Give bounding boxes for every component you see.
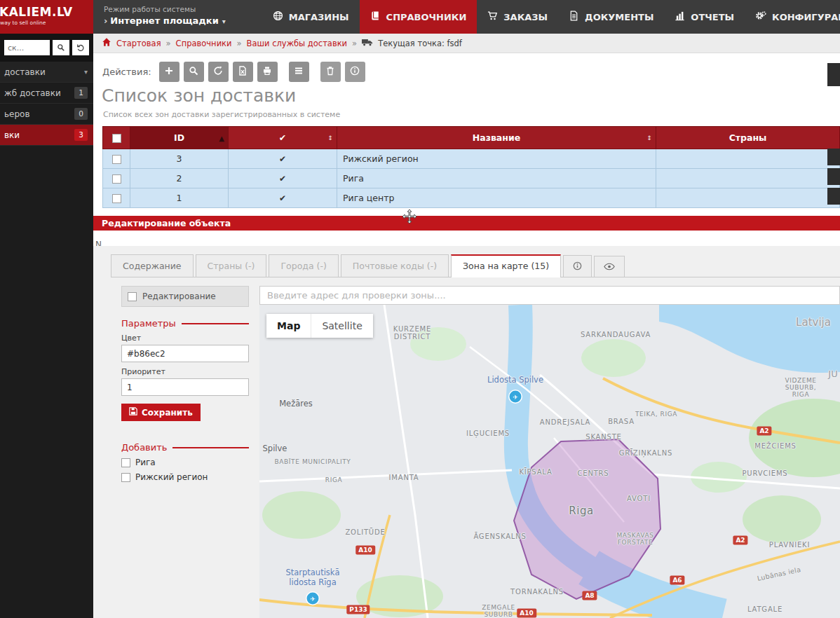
zone-option-riga[interactable]: Рига <box>121 458 249 467</box>
add-section-heading: Добавить <box>121 442 249 453</box>
table-row[interactable]: 1 ✔ Рига центр <box>103 188 840 208</box>
list-icon <box>294 66 304 78</box>
nav-item-reports[interactable]: ОТЧЕТЫ <box>664 0 745 34</box>
nav-item-directories[interactable]: СПРАВОЧНИКИ <box>360 0 477 34</box>
row-select-cell <box>103 188 130 208</box>
edit-mode-checkbox[interactable] <box>128 292 137 301</box>
row-action-cutoff[interactable] <box>827 188 840 205</box>
info-button[interactable] <box>345 62 365 82</box>
map-canvas[interactable]: KURZEME DISTRICT Latvija JU SARKANDAUGAV… <box>259 305 840 618</box>
plus-icon <box>164 66 174 78</box>
editor-title-bar: Редактирование объекта <box>93 216 840 231</box>
undo-icon[interactable] <box>72 40 89 55</box>
sidebar-item-delivery-zones[interactable]: вки 3 <box>0 125 93 146</box>
count-badge: 1 <box>74 87 88 99</box>
eye-icon <box>604 262 615 273</box>
search-button[interactable] <box>184 62 204 82</box>
add-button[interactable] <box>159 62 179 82</box>
row-active-cell: ✔ <box>229 169 337 188</box>
tab-cities[interactable]: Города (-) <box>269 254 338 277</box>
sidebar-item-couriers[interactable]: ьеров 0 <box>0 104 93 125</box>
count-badge: 0 <box>74 108 88 120</box>
row-checkbox[interactable] <box>112 194 121 203</box>
row-name-cell: Рига центр <box>337 188 656 208</box>
map-view-button[interactable]: Map <box>266 314 311 338</box>
road-badge: A2 <box>757 427 771 436</box>
select-all-checkbox[interactable] <box>112 134 121 143</box>
sidebar-item-delivery-group[interactable]: доставки ▾ <box>0 62 93 83</box>
road-badge: A10 <box>517 609 536 618</box>
info-icon <box>573 262 582 273</box>
tab-countries[interactable]: Страны (-) <box>196 254 267 277</box>
system-mode: Режим работы системы ›Интернет площадки▾ <box>93 0 236 34</box>
main-nav: МАГАЗИНЫ СПРАВОЧНИКИ ЗАКАЗЫ ДОКУМЕНТЫ ОТ… <box>262 0 840 34</box>
row-checkbox[interactable] <box>112 155 121 164</box>
priority-input[interactable] <box>121 378 249 396</box>
row-countries-cell <box>656 188 840 208</box>
table-row[interactable]: 2 ✔ Рига <box>103 169 840 188</box>
color-input[interactable] <box>121 345 249 362</box>
print-button[interactable] <box>257 62 278 82</box>
topbar: KALIEM.LV way to sell online Режим работ… <box>0 0 840 34</box>
page-title: Список зон доставки <box>102 85 296 106</box>
tab-preview[interactable] <box>594 256 625 277</box>
home-icon[interactable] <box>102 37 111 49</box>
delete-button[interactable] <box>320 62 341 82</box>
refresh-button[interactable] <box>208 62 229 82</box>
zone-option-riga-region[interactable]: Рижский регион <box>121 472 249 482</box>
column-header-name[interactable]: Название↕ <box>337 127 656 149</box>
nav-item-shops[interactable]: МАГАЗИНЫ <box>262 0 360 34</box>
nav-item-orders[interactable]: ЗАКАЗЫ <box>477 0 558 34</box>
nav-item-documents[interactable]: ДОКУМЕНТЫ <box>558 0 664 34</box>
tab-postal-codes[interactable]: Почтовые коды (-) <box>341 254 449 277</box>
search-icon[interactable] <box>53 40 69 55</box>
column-header-countries[interactable]: Страны <box>656 127 840 149</box>
system-mode-dropdown[interactable]: ›Интернет площадки▾ <box>104 15 226 26</box>
breadcrumb-current: Текущая точка: fsdf <box>378 39 462 48</box>
cutoff-panel-button[interactable] <box>827 63 840 86</box>
zone-checkbox[interactable] <box>121 473 130 482</box>
tab-info[interactable] <box>563 255 592 277</box>
editor-panel: Содержание Страны (-) Города (-) Почтовы… <box>93 246 840 618</box>
address-check-input[interactable] <box>259 286 840 305</box>
cart-icon <box>487 11 498 23</box>
road-badge: P133 <box>346 605 370 614</box>
satellite-view-button[interactable]: Satellite <box>311 314 372 338</box>
tab-label: Города (-) <box>280 261 326 271</box>
row-action-cutoff[interactable] <box>827 149 840 165</box>
zone-checkbox[interactable] <box>121 458 130 467</box>
excel-export-button[interactable] <box>233 62 253 82</box>
add-heading-label: Добавить <box>121 442 167 453</box>
table-row[interactable]: 3 ✔ Рижский регион <box>103 149 840 169</box>
params-section-heading: Параметры <box>121 318 249 329</box>
breadcrumb-delivery-services[interactable]: Ваши службы доставки <box>247 39 348 48</box>
row-name-cell: Рижский регион <box>337 149 656 169</box>
breadcrumb-home[interactable]: Стартовая <box>116 39 161 48</box>
breadcrumb: Стартовая » Справочники » Ваши службы до… <box>93 34 840 53</box>
sidebar-item-delivery-services[interactable]: жб доставки 1 <box>0 83 93 104</box>
row-countries-cell <box>656 149 840 169</box>
tab-zone-on-map[interactable]: Зона на карте (15) <box>451 254 561 277</box>
zone-option-label: Рига <box>135 458 156 467</box>
row-checkbox[interactable] <box>112 174 121 184</box>
sidebar-search-input[interactable] <box>4 40 50 55</box>
sidebar-search <box>0 34 93 62</box>
list-view-button[interactable] <box>289 62 309 82</box>
road-badge: A8 <box>582 591 597 600</box>
column-header-id[interactable]: ID▲ <box>130 127 229 149</box>
sidebar-item-label: вки <box>4 130 20 140</box>
row-countries-cell <box>656 169 840 188</box>
params-heading-label: Параметры <box>121 318 176 329</box>
page: KALIEM.LV way to sell online Режим работ… <box>0 0 840 618</box>
breadcrumb-directories[interactable]: Справочники <box>176 39 232 48</box>
heading-rule <box>172 447 249 448</box>
save-icon <box>129 407 137 418</box>
nav-item-configuration[interactable]: КОНФИГУРАЦИЯ <box>745 0 840 34</box>
column-header-active[interactable]: ✔↕ <box>229 127 337 149</box>
tab-content[interactable]: Содержание <box>111 254 194 277</box>
sidebar-item-label: жб доставки <box>4 88 61 98</box>
row-action-cutoff[interactable] <box>827 168 840 185</box>
logo[interactable]: KALIEM.LV way to sell online <box>0 0 93 34</box>
check-icon: ✔ <box>279 132 286 143</box>
save-button[interactable]: Сохранить <box>121 404 201 421</box>
